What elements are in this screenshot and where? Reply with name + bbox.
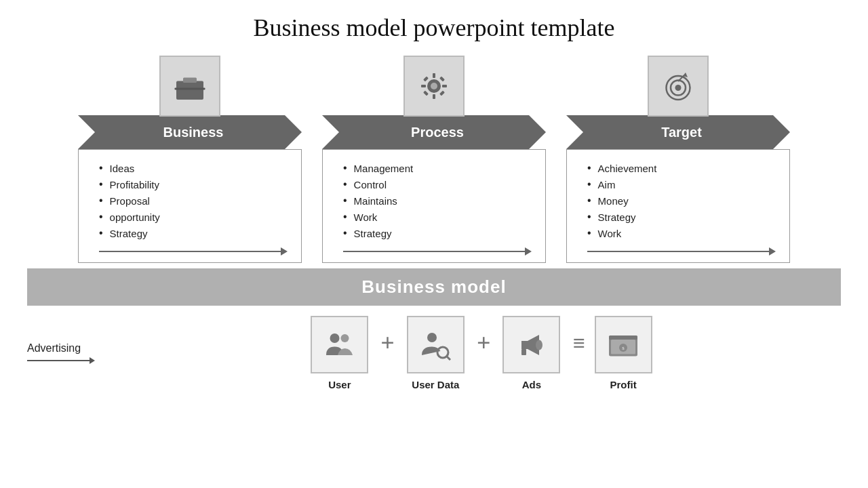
users-icon	[323, 328, 357, 362]
arrow-line	[587, 251, 769, 252]
operator-equals: ≡	[572, 331, 582, 356]
business-label: Business	[163, 125, 224, 140]
svg-rect-1	[183, 78, 197, 83]
arrow-line	[343, 251, 525, 252]
target-arrow	[587, 243, 776, 256]
svg-line-21	[447, 356, 451, 360]
user-label: User	[328, 379, 351, 390]
advertising-text: Advertising	[27, 342, 81, 354]
ads-label: Ads	[522, 379, 541, 390]
icons-row: User + User Data +	[122, 316, 841, 390]
list-item: Maintains	[343, 195, 532, 207]
svg-rect-10	[423, 91, 429, 96]
list-item: Strategy	[99, 227, 288, 239]
process-icon-box	[403, 56, 465, 117]
list-item: Achievement	[587, 162, 776, 174]
target-content: Achievement Aim Money Strategy Work	[566, 149, 790, 263]
briefcase-icon	[173, 69, 207, 103]
top-section: Business Ideas Profitability Proposal op…	[27, 56, 841, 263]
icon-ads: Ads	[502, 316, 560, 390]
svg-text:$: $	[622, 345, 625, 350]
money-icon: $	[606, 328, 640, 362]
adv-arrow-line	[27, 360, 90, 361]
target-icon	[661, 69, 695, 103]
column-process: Process Management Control Maintains Wor…	[322, 56, 546, 263]
target-icon-box	[648, 56, 709, 117]
list-item: Ideas	[99, 162, 288, 174]
megaphone-icon	[515, 328, 549, 362]
profit-icon-box: $	[595, 316, 652, 373]
svg-point-18	[340, 334, 349, 342]
process-arrow	[343, 243, 532, 256]
list-item: Management	[343, 162, 532, 174]
arrow-head	[525, 247, 532, 256]
svg-rect-4	[433, 73, 435, 78]
user-data-label: User Data	[412, 379, 459, 390]
advertising-arrow	[27, 357, 95, 364]
gear-icon	[417, 69, 451, 103]
advertising-label-group: Advertising	[27, 342, 108, 364]
bottom-section: Advertising User	[27, 306, 841, 390]
icon-user-data: User Data	[407, 316, 465, 390]
list-item: Proposal	[99, 195, 288, 207]
operator-plus-1: +	[380, 329, 395, 357]
svg-rect-8	[423, 77, 429, 82]
list-item: Control	[343, 178, 532, 190]
list-item: Money	[587, 195, 776, 207]
business-icon-box	[159, 56, 220, 117]
icon-profit: $ Profit	[595, 316, 652, 390]
page: Business model powerpoint template Busin…	[0, 0, 868, 488]
svg-point-14	[675, 85, 682, 91]
process-banner: Process	[322, 115, 546, 149]
list-item: Strategy	[587, 211, 776, 223]
page-title: Business model powerpoint template	[254, 14, 615, 42]
column-business: Business Ideas Profitability Proposal op…	[78, 56, 302, 263]
search-user-icon	[418, 328, 452, 362]
svg-rect-9	[439, 77, 445, 82]
user-data-icon-box	[407, 316, 465, 373]
adv-arrow-head	[90, 357, 95, 364]
svg-point-17	[330, 333, 339, 343]
svg-rect-5	[433, 94, 435, 99]
business-arrow	[99, 243, 288, 256]
arrow-line	[99, 251, 281, 252]
svg-rect-2	[175, 88, 205, 90]
business-content: Ideas Profitability Proposal opportunity…	[78, 149, 302, 263]
business-model-banner: Business model	[27, 268, 841, 306]
svg-point-23	[536, 340, 542, 350]
target-list: Achievement Aim Money Strategy Work	[587, 162, 776, 239]
list-item: Strategy	[343, 227, 532, 239]
arrow-head	[281, 247, 288, 256]
svg-rect-11	[439, 91, 445, 96]
svg-rect-26	[609, 336, 637, 340]
svg-point-19	[427, 333, 437, 342]
business-banner: Business	[78, 115, 302, 149]
list-item: Profitability	[99, 178, 288, 190]
icon-user: User	[311, 316, 368, 390]
svg-rect-0	[176, 81, 203, 100]
process-label: Process	[411, 125, 464, 140]
ads-icon-box	[502, 316, 560, 373]
arrow-head	[769, 247, 776, 256]
svg-rect-22	[521, 349, 526, 355]
svg-rect-7	[442, 85, 447, 87]
process-content: Management Control Maintains Work Strate…	[322, 149, 546, 263]
list-item: Work	[343, 211, 532, 223]
target-banner: Target	[566, 115, 790, 149]
profit-label: Profit	[610, 379, 637, 390]
list-item: opportunity	[99, 211, 288, 223]
business-list: Ideas Profitability Proposal opportunity…	[99, 162, 288, 239]
list-item: Work	[587, 227, 776, 239]
bm-banner-label: Business model	[361, 277, 506, 297]
svg-rect-6	[421, 85, 426, 87]
column-target: Target Achievement Aim Money Strategy Wo…	[566, 56, 790, 263]
operator-plus-2: +	[477, 329, 491, 357]
svg-point-3	[431, 83, 437, 89]
target-label: Target	[661, 125, 702, 140]
list-item: Aim	[587, 178, 776, 190]
process-list: Management Control Maintains Work Strate…	[343, 162, 532, 239]
user-icon-box	[311, 316, 368, 373]
